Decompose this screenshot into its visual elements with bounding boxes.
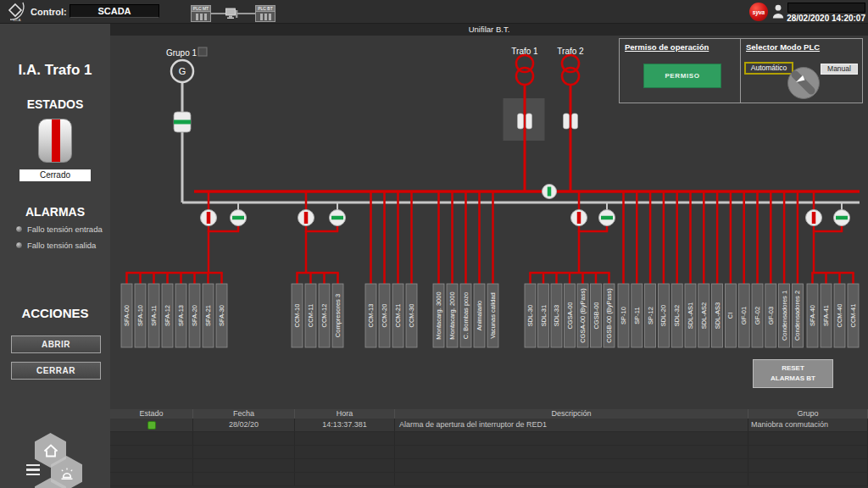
feeder-group-3: CCM-13CCM-20CCM-21CCM-30: [365, 191, 417, 347]
pair-breaker-red[interactable]: [571, 210, 587, 226]
feeder-group-2: CCM-10CCM-11CCM-12Compresores 3: [292, 273, 343, 347]
feeder-Vacunas-calidad[interactable]: Vacunas calidad: [487, 284, 498, 347]
feeder-CCM-41[interactable]: CCM-41: [848, 284, 859, 347]
pair-breaker-green[interactable]: [834, 210, 850, 226]
feeder-SDL-31[interactable]: SDL-31: [538, 284, 549, 347]
svg-text:Montacarg. 2000: Montacarg. 2000: [448, 291, 456, 339]
feeder-SP-10[interactable]: SP-10: [618, 284, 629, 347]
power-icon: [41, 485, 61, 488]
plc-mt-label: PLC MT: [192, 6, 210, 12]
feeder-C-Bombas-pozo[interactable]: C. Bombas pozo: [460, 284, 471, 347]
feeder-CCM-21[interactable]: CCM-21: [392, 284, 403, 347]
svg-text:Vacunas calidad: Vacunas calidad: [489, 292, 497, 338]
feeder-SFA-11[interactable]: SFA-11: [148, 284, 159, 347]
feeder-SFA-13[interactable]: SFA-13: [175, 284, 186, 347]
feeder-GF-02[interactable]: GF-02: [752, 284, 763, 347]
svg-text:SFA-41: SFA-41: [822, 305, 830, 326]
manual-button[interactable]: Manual: [821, 64, 858, 75]
column-header-hora: Hora: [295, 409, 395, 419]
feeder-SDL-AS2[interactable]: SDL-AS2: [698, 284, 709, 347]
feeder-SFA-21[interactable]: SFA-21: [203, 284, 214, 347]
permiso-button[interactable]: PERMISO: [643, 64, 721, 88]
feeder-SFA-10[interactable]: SFA-10: [135, 284, 146, 347]
pair-breaker-red[interactable]: [298, 210, 314, 226]
svg-text:SDL-32: SDL-32: [673, 305, 681, 326]
scada-app: SICA Control: SCADA PLC MT PLC BT syva 2…: [0, 0, 868, 488]
svg-text:G: G: [179, 66, 186, 76]
abrir-button[interactable]: ABRIR: [11, 336, 101, 353]
feeder-CGSA-00[interactable]: CGSA-00: [565, 284, 576, 347]
feeder-SFA-12[interactable]: SFA-12: [162, 284, 173, 347]
feeder-SDL-30[interactable]: SDL-30: [525, 284, 536, 347]
sica-logo-icon: SICA: [5, 1, 27, 23]
svg-text:SFA-13: SFA-13: [177, 305, 185, 326]
mode-selector-knob[interactable]: [787, 66, 821, 100]
feeder-SDL-AS1[interactable]: SDL-AS1: [685, 284, 696, 347]
feeder-CGSB-00-ByPass-[interactable]: CGSB-00 (ByPass): [604, 284, 615, 347]
grupo1-status-box[interactable]: [198, 47, 207, 56]
cerrar-button[interactable]: CERRAR: [11, 362, 101, 380]
feeder-SFA-40[interactable]: SFA-40: [807, 284, 818, 347]
pair-breaker-red[interactable]: [201, 210, 217, 226]
datetime-display: 28/02/2020 14:20:07: [784, 14, 865, 23]
feeder-SFA-00[interactable]: SFA-00: [121, 284, 132, 347]
plc-bt-icon[interactable]: PLC BT: [255, 5, 275, 22]
user-icon[interactable]: [772, 4, 784, 19]
feeder-SP-12[interactable]: SP-12: [645, 284, 656, 347]
alarm-indicator-icon: [15, 241, 23, 249]
feeder-CCM-10[interactable]: CCM-10: [292, 284, 303, 347]
trafo-2[interactable]: Trafo 2: [557, 47, 584, 191]
pair-breaker-red[interactable]: [806, 210, 822, 226]
feeder-SDL-32[interactable]: SDL-32: [671, 284, 682, 347]
feeder-SDL-AS3[interactable]: SDL-AS3: [712, 284, 723, 347]
events-table: EstadoFechaHoraDescripciónGrupo 28/02/20…: [110, 409, 868, 488]
column-header-fecha: Fecha: [193, 409, 295, 419]
feeder-CCM-40[interactable]: CCM-40: [834, 284, 845, 347]
feeder-Condensadores-1[interactable]: Condensadores 1: [779, 284, 790, 347]
event-row-empty: [110, 432, 868, 446]
bus-tie-breaker[interactable]: [542, 185, 557, 199]
pair-breaker-green[interactable]: [599, 210, 615, 226]
event-row[interactable]: 28/02/2014:13:37.381Alarma de apertura d…: [110, 419, 868, 432]
feeder-SFA-30[interactable]: SFA-30: [216, 284, 227, 347]
pair-breaker-green[interactable]: [330, 210, 346, 226]
feeder-Animalario[interactable]: Animalario: [474, 284, 485, 347]
feeder-Condensadores-2[interactable]: Condensadores 2: [792, 284, 803, 347]
feeder-SP-11[interactable]: SP-11: [632, 284, 643, 347]
svg-text:CCM-21: CCM-21: [394, 304, 402, 328]
feeder-CGSA-00-ByPass-[interactable]: CGSA-00 (ByPass): [577, 284, 588, 347]
feeder-CGSB-00[interactable]: CGSB-00: [591, 284, 602, 347]
breaker-state-icon[interactable]: [38, 119, 72, 163]
menu-icon[interactable]: [26, 464, 40, 475]
plc-mt-icon[interactable]: PLC MT: [191, 5, 211, 22]
feeder-SDL-20[interactable]: SDL-20: [658, 284, 669, 347]
feeder-CI[interactable]: CI: [725, 284, 736, 347]
generator-grupo1[interactable]: Grupo 1G: [166, 47, 207, 202]
feeder-CCM-13[interactable]: CCM-13: [365, 284, 376, 347]
svg-text:Animalario: Animalario: [476, 301, 483, 330]
plc-mt-slots: [192, 12, 210, 20]
feeder-CCM-30[interactable]: CCM-30: [406, 284, 417, 347]
feeder-SFA-41[interactable]: SFA-41: [821, 284, 832, 347]
feeder-CCM-11[interactable]: CCM-11: [305, 284, 316, 347]
feeder-CCM-20[interactable]: CCM-20: [379, 284, 390, 347]
column-header-grupo: Grupo: [748, 409, 868, 419]
reset-alarmas-bt-button[interactable]: RESET ALARMAS BT: [753, 359, 833, 388]
feeder-GF-01[interactable]: GF-01: [738, 284, 749, 347]
feeder-Compresores-3[interactable]: Compresores 3: [332, 284, 343, 347]
feeder-CCM-12[interactable]: CCM-12: [319, 284, 330, 347]
control-mode-field[interactable]: SCADA: [70, 4, 159, 18]
feeder-SDL-33[interactable]: SDL-33: [551, 284, 562, 347]
svg-text:GF-01: GF-01: [740, 307, 748, 324]
svg-text:CCM-13: CCM-13: [367, 304, 375, 328]
feeder-Montacarg-2000[interactable]: Montacarg. 2000: [447, 284, 458, 347]
feeder-Montacarg-3000[interactable]: Montacarg. 3000: [433, 284, 444, 347]
svg-text:CGSB-00: CGSB-00: [593, 302, 600, 329]
user-name-field[interactable]: [787, 3, 865, 13]
pair-breaker-green[interactable]: [231, 210, 247, 226]
generator-breaker[interactable]: [174, 112, 191, 132]
alarm-label: Fallo tensión entrada: [27, 225, 103, 234]
feeder-SFA-20[interactable]: SFA-20: [189, 284, 200, 347]
svg-text:CGSA-00 (ByPass): CGSA-00 (ByPass): [579, 288, 587, 343]
feeder-GF-03[interactable]: GF-03: [765, 284, 776, 347]
